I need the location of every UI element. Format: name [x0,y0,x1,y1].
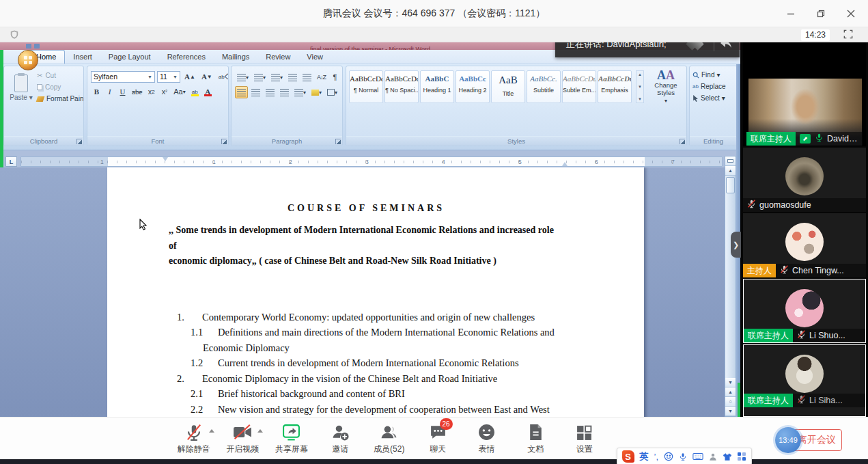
style-heading2[interactable]: AaBbCcHeading 2 [456,70,490,103]
ime-toolbox-icon[interactable] [738,452,746,461]
scroll-down-icon[interactable]: ▼ [725,378,736,387]
paragraph-dialog-launcher[interactable] [335,139,341,144]
tab-references[interactable]: References [159,51,214,64]
bullets-button[interactable]: ▾ [235,71,251,83]
select-button[interactable]: Select ▾ [692,94,726,102]
horizontal-ruler[interactable]: 1 1 2 3 4 5 6 7 [20,156,723,167]
font-color-button[interactable]: A [202,85,214,98]
unmute-button[interactable]: 解除静音 [169,422,219,455]
shrink-font-button[interactable]: A▼ [199,70,214,83]
align-center-button[interactable] [249,86,262,98]
subscript-button[interactable]: x2 [145,85,157,98]
scroll-up-icon[interactable]: ▲ [725,166,736,176]
tab-view[interactable]: View [298,51,331,64]
reply-arrow-icon[interactable] [720,42,731,51]
show-paragraph-marks-button[interactable]: ¶ [329,71,341,83]
minimize-icon[interactable] [781,4,801,23]
style-subtle-emphasis[interactable]: AaBbCcDuSubtle Em... [562,70,596,103]
participant-tile[interactable]: guomaosdufe [743,148,866,212]
invite-button[interactable]: 邀请 [316,422,365,455]
decrease-indent-button[interactable] [286,71,299,83]
replace-button[interactable]: abReplace [692,83,726,90]
ime-voice-icon[interactable] [679,452,687,461]
style-no-spacing[interactable]: AaBbCcDc¶ No Spaci... [384,70,419,103]
ime-emoji-icon[interactable] [664,452,673,461]
office-button[interactable] [18,50,38,70]
sogou-logo[interactable]: S [622,450,634,463]
styles-dialog-launcher[interactable] [680,139,685,144]
settings-button[interactable]: 设置 [560,422,609,455]
tab-mailings[interactable]: Mailings [214,51,257,64]
ime-keyboard-icon[interactable] [692,452,703,461]
share-screen-button[interactable]: 共享屏幕 [267,422,316,455]
style-title[interactable]: AaBTitle [491,70,525,103]
chat-button[interactable]: 聊天 26 [414,422,463,455]
start-video-button[interactable]: 开启视频 [219,422,268,455]
bold-button[interactable]: B [91,85,102,98]
grow-font-button[interactable]: A▲ [182,70,197,83]
emoji-button[interactable]: 表情 [462,422,512,455]
participant-tile[interactable]: 主持人 Chen Tingw... [743,213,866,277]
style-heading1[interactable]: AaBbCHeading 1 [420,70,454,103]
strikethrough-button[interactable]: abe [130,85,144,98]
font-size-combo[interactable]: 11▼ [157,71,180,83]
style-subtitle[interactable]: AaBbCc.Subtitle [527,70,561,103]
change-case-button[interactable]: Aa▾ [171,85,187,98]
numbering-button[interactable]: ▾ [252,71,268,83]
right-indent-marker[interactable] [562,162,568,166]
increase-indent-button[interactable] [300,71,313,83]
underline-button[interactable]: U [117,85,128,98]
document-page[interactable]: COURSE OF SEMINARS ,, Some trends in dev… [107,167,644,417]
ime-bar[interactable]: S 英 ’, [617,448,753,464]
ime-punctuation-toggle[interactable]: ’, [654,452,659,462]
restore-icon[interactable] [811,4,831,23]
participant-tile[interactable]: 联席主持人 Li Shuo... [743,279,866,343]
select-browse-object-button[interactable]: ○ [725,397,736,407]
borders-button[interactable]: ▾ [325,86,339,98]
change-styles-button[interactable]: AA Change Styles ▾ [647,69,685,106]
tab-page-layout[interactable]: Page Layout [100,51,159,64]
docs-button[interactable]: 文档 [512,422,561,455]
members-button[interactable]: 成员(52) [365,422,414,455]
shading-button[interactable]: ▾ [309,86,324,98]
ruler-toggle-button[interactable] [725,156,736,166]
tab-stop-selector[interactable]: L [5,156,17,167]
close-icon[interactable] [841,4,861,23]
tab-insert[interactable]: Insert [65,51,100,64]
font-dialog-launcher[interactable] [221,139,227,144]
superscript-button[interactable]: x² [158,85,170,98]
cut-button[interactable]: ✂Cut [37,72,84,79]
participant-tile[interactable]: 联席主持人 ⬈ DavidAp... [743,42,866,146]
participant-tile[interactable]: 联席主持人 Li Siha... [743,344,866,417]
justify-button[interactable] [278,86,291,98]
styles-gallery-scrollbar[interactable]: ▲▼▼ [636,70,644,103]
style-normal[interactable]: AaBbCcDc¶ Normal [349,70,383,103]
browse-previous-button[interactable]: ▲ [725,387,736,397]
clear-formatting-button[interactable]: ab⌫ [216,70,229,83]
highlight-button[interactable]: ab [189,85,201,98]
ime-language-toggle[interactable]: 英 [640,450,649,463]
browse-next-button[interactable]: ▼ [725,407,736,416]
line-spacing-button[interactable]: ▾ [292,86,308,98]
align-right-button[interactable] [264,86,277,98]
tab-review[interactable]: Review [257,51,298,64]
style-emphasis[interactable]: AaBbCcDuEmphasis [598,70,632,103]
fullscreen-icon[interactable] [843,29,853,42]
font-name-combo[interactable]: Sylfaen▼ [91,71,155,83]
format-painter-button[interactable]: Format Painter [37,95,84,103]
ime-skin-icon[interactable] [709,452,717,461]
mic-options-caret[interactable] [209,429,214,433]
paste-button[interactable]: Paste ▾ [8,72,34,135]
first-line-indent-marker[interactable] [163,157,168,161]
scrollbar-thumb[interactable] [726,177,735,193]
find-button[interactable]: Find ▾ [692,71,726,79]
sidebar-collapse-handle[interactable]: ❯ [731,232,741,258]
ime-wardrobe-icon[interactable] [723,452,732,461]
align-left-button[interactable] [235,86,248,98]
video-options-caret[interactable] [257,429,263,433]
copy-button[interactable]: Copy [37,83,84,91]
italic-button[interactable]: I [104,85,115,98]
word-scrollbar[interactable]: ▲ ▼ ▲ ○ ▼ [725,156,736,417]
multilevel-list-button[interactable]: ▾ [269,71,285,83]
sort-button[interactable]: A↓Z [315,71,328,83]
